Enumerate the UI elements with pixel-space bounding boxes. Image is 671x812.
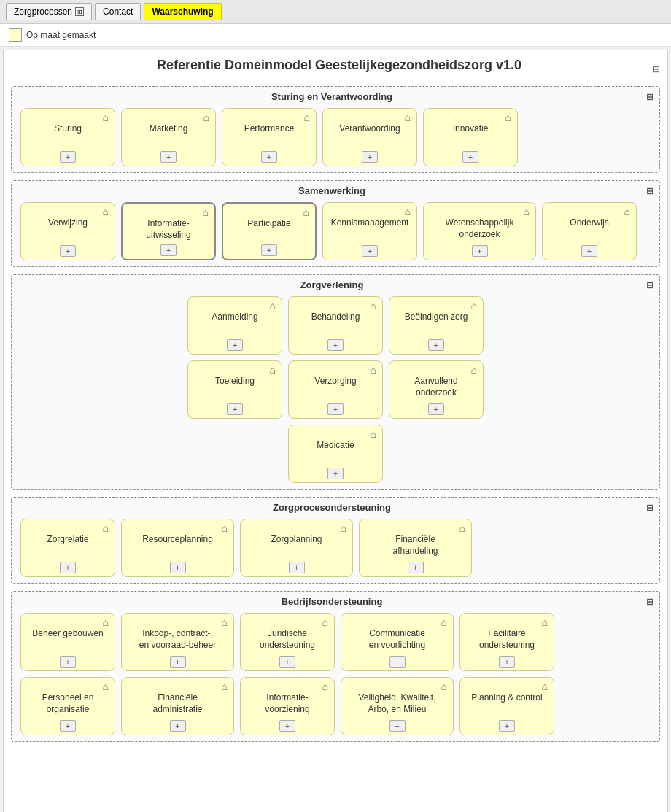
card-veiligheid-kwaliteit-plus[interactable]: + [389,720,406,732]
card-resourceplanning-label: Resourceplanning [142,534,213,546]
card-participatie-plus[interactable]: + [261,244,277,256]
card-toeleiding-plus[interactable]: + [227,403,243,415]
card-wetenschappelijk-onderzoek-plus[interactable]: + [472,245,488,257]
section-sturing: Sturing en Verantwoording ⊟ ⌂ Sturing + … [11,86,660,173]
card-communicatie-voorlichting-plus[interactable]: + [389,656,406,668]
card-participatie[interactable]: ⌂ Participatie + [222,202,317,260]
card-performance[interactable]: ⌂ Performance + [222,108,317,166]
card-marketing-plus[interactable]: + [160,151,177,163]
card-facilitaire-ondersteuning-label: Facilitaireondersteuning [479,628,535,651]
card-sturing-plus[interactable]: + [60,151,76,163]
card-zorgplanning[interactable]: ⌂ Zorgplanning + [240,519,353,577]
card-zorgrelatie[interactable]: ⌂ Zorgrelatie + [20,519,115,577]
card-informatie-uitwisseling[interactable]: ⌂ Informatie-uitwisseling + [121,202,216,260]
section-zorgprocesondersteuning-title: Zorgprocesondersteuning [18,502,646,513]
card-veiligheid-kwaliteit-label: Veiligheid, Kwaliteit,Arbo, en Milieu [358,692,435,715]
card-personeel-organisatie-plus[interactable]: + [60,720,76,732]
diagram-title: Referentie Domeinmodel Geestelijkegezond… [157,58,521,73]
card-verantwoording[interactable]: ⌂ Verantwoording + [322,108,417,166]
card-participatie-label: Participatie [247,218,290,230]
card-facilitaire-ondersteuning[interactable]: ⌂ Facilitaireondersteuning + [459,613,554,671]
card-kennismanagement-plus[interactable]: + [362,245,378,257]
card-zorgrelatie-plus[interactable]: + [60,562,76,573]
section-zorgprocesondersteuning-header: Zorgprocesondersteuning ⊟ [18,502,653,513]
card-beheer-gebouwen[interactable]: ⌂ Beheer gebouwen + [20,613,115,671]
card-resourceplanning-plus[interactable]: + [170,562,186,573]
card-medicatie[interactable]: ⌂ Medicatie + [288,425,383,483]
collapse-diagram-icon[interactable]: ⊟ [653,64,660,74]
card-informatie-uitwisseling-plus[interactable]: + [160,244,177,256]
card-beheer-gebouwen-plus[interactable]: + [60,656,76,668]
card-behandeling[interactable]: ⌂ Behandeling + [288,296,383,355]
card-sturing[interactable]: ⌂ Sturing + [20,108,115,166]
bookmark-icon: ⌂ [471,364,477,376]
collapse-samenwerking-icon[interactable]: ⊟ [646,186,653,196]
card-planning-control[interactable]: ⌂ Planning & control + [459,677,554,735]
card-wetenschappelijk-onderzoek[interactable]: ⌂ Wetenschappelijkonderzoek + [423,202,536,260]
waarschuwing-button[interactable]: Waarschuwing [144,3,221,20]
zorgprocessen-button[interactable]: Zorgprocessen ⊞ [6,3,92,20]
card-juridische-ondersteuning[interactable]: ⌂ Juridischeondersteuning + [240,613,335,671]
card-juridische-ondersteuning-plus[interactable]: + [279,656,295,668]
card-inkoop-contract-plus[interactable]: + [170,656,186,668]
card-verzorging-plus[interactable]: + [327,403,344,415]
legend-label: Op maat gemaakt [26,30,96,40]
card-zorgplanning-plus[interactable]: + [289,562,305,573]
contact-button[interactable]: Contact [95,3,141,20]
card-innovatie-plus[interactable]: + [462,151,478,163]
card-medicatie-plus[interactable]: + [327,468,344,479]
card-communicatie-voorlichting[interactable]: ⌂ Communicatieen voorlichting + [341,613,454,671]
card-verwijzing[interactable]: ⌂ Verwijzing + [20,202,115,260]
card-resourceplanning[interactable]: ⌂ Resourceplanning + [121,519,234,577]
card-performance-plus[interactable]: + [261,151,277,163]
card-toeleiding[interactable]: ⌂ Toeleiding + [187,360,282,419]
card-financiele-afhandeling[interactable]: ⌂ Financiëleafhandeling + [359,519,472,577]
bookmark-icon: ⌂ [103,522,109,534]
card-kennismanagement[interactable]: ⌂ Kennismanagement + [322,202,417,260]
card-verzorging[interactable]: ⌂ Verzorging + [288,360,383,419]
card-aanmelding[interactable]: ⌂ Aanmelding + [187,296,282,355]
card-aanvullend-onderzoek-plus[interactable]: + [428,403,444,415]
card-personeel-organisatie[interactable]: ⌂ Personeel enorganisatie + [20,677,115,735]
card-onderwijs-plus[interactable]: + [581,245,597,257]
card-onderwijs-label: Onderwijs [570,217,608,229]
card-aanmelding-plus[interactable]: + [227,339,243,351]
card-planning-control-plus[interactable]: + [499,720,515,732]
card-aanvullend-onderzoek[interactable]: ⌂ Aanvullendonderzoek + [389,360,484,419]
card-behandeling-plus[interactable]: + [327,339,344,351]
card-financiele-afhandeling-plus[interactable]: + [408,562,424,573]
bookmark-icon: ⌂ [371,364,376,376]
card-innovatie-label: Innovatie [453,123,489,135]
card-veiligheid-kwaliteit[interactable]: ⌂ Veiligheid, Kwaliteit,Arbo, en Milieu … [341,677,454,735]
collapse-zorgverlening-icon[interactable]: ⊟ [646,280,653,290]
card-personeel-organisatie-label: Personeel enorganisatie [42,692,94,715]
card-informatie-voorziening-label: Informatie-voorziening [265,692,309,715]
card-financiele-administratie[interactable]: ⌂ Financiëleadministratie + [121,677,234,735]
bookmark-icon: ⌂ [270,300,276,312]
bookmark-icon: ⌂ [524,206,530,217]
card-beeindigen-zorg[interactable]: ⌂ Beëindigen zorg + [389,296,484,355]
card-kennismanagement-label: Kennismanagement [331,217,409,229]
card-planning-control-label: Planning & control [471,692,542,704]
card-verwijzing-plus[interactable]: + [60,245,76,257]
collapse-bedrijfsondersteuning-icon[interactable]: ⊟ [646,597,653,607]
card-marketing[interactable]: ⌂ Marketing + [121,108,216,166]
bookmark-icon: ⌂ [303,206,309,218]
card-informatie-voorziening-plus[interactable]: + [279,720,295,732]
card-innovatie[interactable]: ⌂ Innovatie + [423,108,518,166]
card-onderwijs[interactable]: ⌂ Onderwijs + [542,202,637,260]
card-informatie-voorziening[interactable]: ⌂ Informatie-voorziening + [240,677,335,735]
card-verantwoording-plus[interactable]: + [362,151,378,163]
collapse-sturing-icon[interactable]: ⊟ [646,92,653,102]
bookmark-icon: ⌂ [103,206,109,217]
card-inkoop-contract[interactable]: ⌂ Inkoop-, contract-,en voorraad-beheer … [121,613,234,671]
bookmark-icon: ⌂ [203,206,209,218]
section-zorgverlening-title: Zorgverlening [18,279,646,290]
contact-label: Contact [103,7,133,17]
bedrijfsondersteuning-row1: ⌂ Beheer gebouwen + ⌂ Inkoop-, contract-… [18,613,653,671]
card-beeindigen-zorg-plus[interactable]: + [428,339,444,351]
collapse-zorgprocesondersteuning-icon[interactable]: ⊟ [646,503,653,513]
card-financiele-administratie-plus[interactable]: + [170,720,186,732]
legend-color-box [9,28,22,42]
card-facilitaire-ondersteuning-plus[interactable]: + [499,656,515,668]
